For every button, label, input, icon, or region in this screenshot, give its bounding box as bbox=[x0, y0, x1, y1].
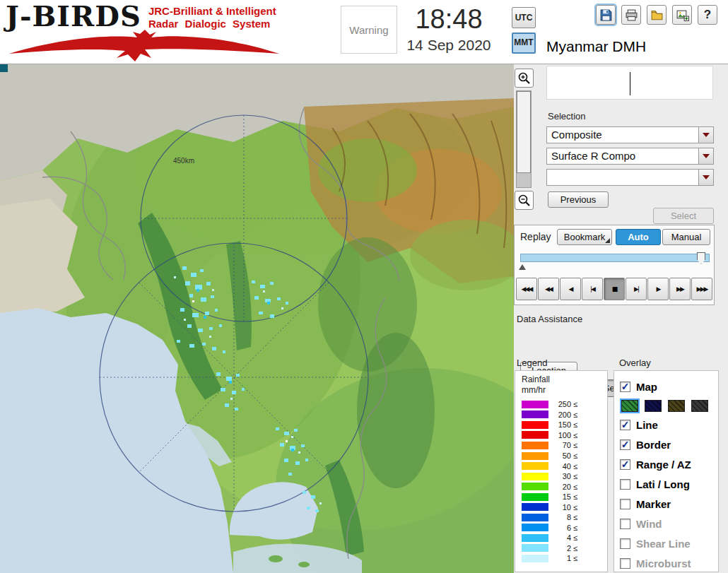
forward-button[interactable]: ▶▶ bbox=[669, 278, 691, 300]
jbirds-logo: J-BIRDS JRC-Brilliant & Intelligent Rada… bbox=[6, 1, 288, 64]
legend-row-100: 100≤ bbox=[522, 430, 606, 441]
legend-row-30: 30≤ bbox=[522, 471, 606, 482]
step-backward-button[interactable]: |◀ bbox=[582, 278, 603, 300]
overlay-label: Border bbox=[636, 439, 671, 451]
legend-value: 2 bbox=[551, 544, 571, 553]
play-forward-button[interactable]: ▶ bbox=[647, 278, 669, 300]
legend-le-sign: ≤ bbox=[573, 524, 577, 532]
chevron-down-icon[interactable] bbox=[698, 148, 713, 164]
legend-le-sign: ≤ bbox=[573, 472, 577, 480]
legend-le-sign: ≤ bbox=[573, 533, 577, 542]
legend-row-8: 8≤ bbox=[522, 512, 606, 523]
overlay-label: Line bbox=[636, 419, 658, 431]
print-button[interactable] bbox=[621, 5, 641, 25]
rewind-fast-button[interactable]: ◀◀◀ bbox=[516, 278, 537, 300]
utc-button[interactable]: UTC bbox=[512, 7, 536, 28]
dropdown-product-type[interactable]: Surface R Compo bbox=[546, 148, 714, 165]
dropdown-value: Surface R Compo bbox=[547, 148, 713, 164]
legend-value: 10 bbox=[551, 503, 571, 512]
auto-button[interactable]: Auto bbox=[616, 229, 661, 245]
play-backward-button[interactable]: ◀ bbox=[560, 278, 581, 300]
stop-button[interactable]: ■ bbox=[604, 278, 625, 300]
previous-button[interactable]: Previous bbox=[548, 191, 609, 208]
zoom-out-icon bbox=[517, 194, 531, 207]
legend-title: Legend bbox=[517, 358, 547, 368]
chevron-down-icon[interactable] bbox=[698, 170, 713, 185]
legend-color-swatch bbox=[522, 442, 548, 449]
playback-controls: ◀◀◀◀◀◀|◀■▶|▶▶▶▶▶▶ bbox=[516, 278, 712, 300]
dropdown-product-option[interactable] bbox=[546, 169, 714, 186]
overlay-list: ✓Map✓Line✓Border✓Range / AZLati / LongMa… bbox=[614, 377, 718, 572]
map-style-dark-gray[interactable] bbox=[691, 400, 708, 412]
bookmark-button[interactable]: Bookmark bbox=[557, 229, 612, 245]
station-info-box[interactable] bbox=[546, 66, 713, 100]
legend-row-250: 250≤ bbox=[522, 399, 606, 410]
legend-le-sign: ≤ bbox=[573, 483, 577, 491]
rewind-button[interactable]: ◀◀ bbox=[538, 278, 559, 300]
map-style-navy[interactable] bbox=[645, 400, 662, 412]
checkbox-map[interactable]: ✓ bbox=[620, 382, 630, 392]
overlay-item-border[interactable]: ✓Border bbox=[614, 435, 718, 454]
legend-value: 30 bbox=[551, 472, 571, 480]
slider-start-marker bbox=[519, 264, 526, 270]
legend-color-swatch bbox=[522, 473, 548, 480]
export-image-icon bbox=[676, 8, 689, 22]
chevron-down-icon[interactable] bbox=[698, 127, 713, 143]
save-button[interactable] bbox=[596, 5, 616, 25]
map-style-olive[interactable] bbox=[668, 400, 685, 412]
legend-le-sign: ≤ bbox=[573, 420, 577, 429]
help-button[interactable]: ? bbox=[698, 5, 717, 25]
checkbox-marker[interactable] bbox=[620, 499, 630, 509]
overlay-item-marker[interactable]: Marker bbox=[614, 494, 718, 514]
legend-color-swatch bbox=[522, 421, 548, 429]
overlay-item-shear-line: Shear Line bbox=[614, 533, 718, 553]
overlay-item-line[interactable]: ✓Line bbox=[614, 415, 718, 435]
checkbox-line[interactable]: ✓ bbox=[620, 420, 630, 430]
legend-value: 150 bbox=[551, 420, 571, 429]
overlay-item-lati-long[interactable]: Lati / Long bbox=[614, 474, 718, 494]
legend-row-15: 15≤ bbox=[522, 492, 606, 502]
legend-color-swatch bbox=[522, 514, 548, 521]
legend-le-sign: ≤ bbox=[573, 410, 577, 419]
mmt-button[interactable]: MMT bbox=[512, 33, 536, 54]
select-button[interactable]: Select bbox=[653, 208, 714, 224]
replay-slider[interactable] bbox=[520, 254, 710, 262]
legend-color-swatch bbox=[522, 534, 548, 542]
export-image-button[interactable] bbox=[672, 5, 692, 25]
dropdown-product-category[interactable]: Composite bbox=[546, 126, 714, 143]
legend-color-swatch bbox=[522, 431, 548, 439]
zoom-in-button[interactable] bbox=[515, 69, 534, 88]
forward-fast-button[interactable]: ▶▶▶ bbox=[691, 278, 712, 300]
manual-button[interactable]: Manual bbox=[662, 229, 710, 245]
replay-slider-thumb[interactable] bbox=[697, 252, 705, 264]
legend-le-sign: ≤ bbox=[573, 462, 577, 471]
overlay-item-range-az[interactable]: ✓Range / AZ bbox=[614, 454, 718, 474]
clock-time: 18:48 bbox=[396, 3, 502, 35]
scrollbar-thumb[interactable] bbox=[517, 91, 531, 173]
legend-row-70: 70≤ bbox=[522, 440, 606, 451]
checkbox-shear-line bbox=[620, 538, 630, 549]
legend-color-swatch bbox=[522, 544, 548, 552]
zoom-out-button[interactable] bbox=[515, 191, 534, 210]
overlay-item-map[interactable]: ✓Map bbox=[614, 377, 718, 396]
checkbox-border[interactable]: ✓ bbox=[620, 439, 630, 450]
legend-color-swatch bbox=[522, 462, 548, 470]
checkbox-microburst bbox=[620, 558, 630, 569]
warning-button[interactable]: Warning bbox=[341, 6, 397, 54]
step-forward-button[interactable]: ▶| bbox=[626, 278, 647, 300]
legend-row-2: 2≤ bbox=[522, 543, 606, 554]
replay-label: Replay bbox=[520, 231, 551, 242]
open-folder-button[interactable] bbox=[647, 5, 667, 25]
map-zoom-scrollbar[interactable] bbox=[516, 90, 532, 188]
checkbox-lati-long[interactable] bbox=[620, 479, 630, 490]
folder-icon bbox=[650, 8, 664, 22]
map-style-green[interactable] bbox=[621, 400, 638, 412]
checkbox-range-az[interactable]: ✓ bbox=[620, 459, 630, 470]
logo-taglines: JRC-Brilliant & Intelligent Radar Dialog… bbox=[148, 1, 276, 30]
radar-map[interactable]: 450km bbox=[0, 64, 514, 573]
legend-le-sign: ≤ bbox=[573, 492, 577, 501]
legend-le-sign: ≤ bbox=[573, 400, 577, 408]
legend-value: 250 bbox=[551, 400, 571, 408]
overlay-label: Shear Line bbox=[636, 538, 691, 550]
zoom-in-icon bbox=[517, 71, 531, 85]
